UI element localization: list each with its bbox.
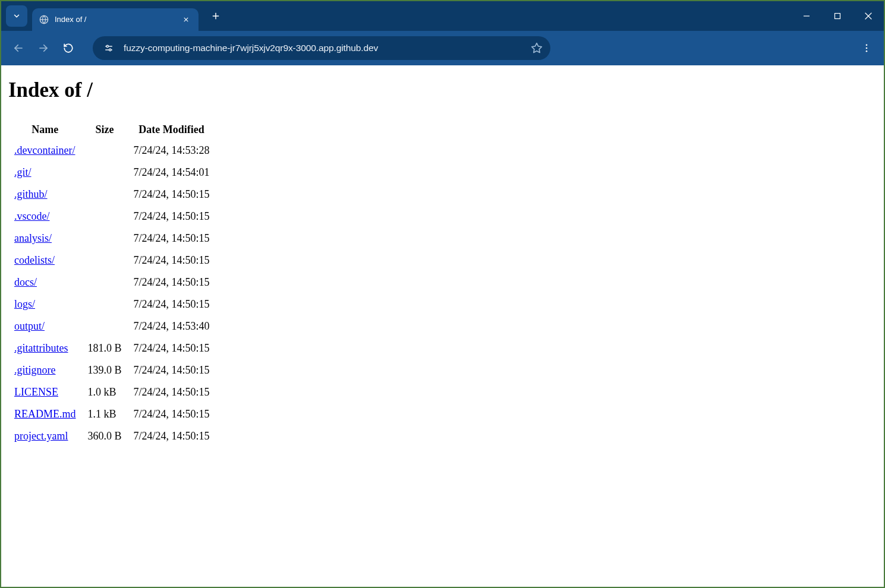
plus-icon — [212, 12, 220, 20]
tab-close-button[interactable] — [181, 14, 191, 25]
back-button[interactable] — [7, 37, 30, 59]
svg-rect-7 — [835, 14, 840, 19]
file-modified: 7/24/24, 14:50:15 — [128, 337, 216, 359]
table-row: docs/7/24/24, 14:50:15 — [8, 271, 216, 293]
table-row: .gitignore139.0 B7/24/24, 14:50:15 — [8, 359, 216, 381]
file-modified: 7/24/24, 14:50:15 — [128, 184, 216, 206]
column-header-modified: Date Modified — [128, 120, 216, 140]
table-row: analysis/7/24/24, 14:50:15 — [8, 227, 216, 249]
file-modified: 7/24/24, 14:50:15 — [128, 227, 216, 249]
bookmark-button[interactable] — [527, 38, 547, 58]
dots-vertical-icon — [861, 43, 872, 53]
maximize-icon — [834, 12, 841, 20]
file-modified: 7/24/24, 14:50:15 — [128, 293, 216, 315]
table-row: LICENSE1.0 kB7/24/24, 14:50:15 — [8, 381, 216, 403]
file-size: 1.1 kB — [82, 403, 128, 425]
svg-marker-16 — [532, 43, 542, 53]
svg-point-18 — [866, 48, 868, 49]
arrow-right-icon — [38, 43, 49, 53]
table-row: .github/7/24/24, 14:50:15 — [8, 184, 216, 206]
file-link[interactable]: .github/ — [14, 188, 48, 200]
table-row: README.md1.1 kB7/24/24, 14:50:15 — [8, 403, 216, 425]
table-row: logs/7/24/24, 14:50:15 — [8, 293, 216, 315]
file-link[interactable]: .git/ — [14, 166, 32, 178]
star-icon — [531, 42, 543, 54]
globe-icon — [39, 15, 49, 24]
maximize-button[interactable] — [822, 1, 853, 31]
close-window-button[interactable] — [853, 1, 884, 31]
file-link[interactable]: .gitignore — [14, 364, 56, 376]
directory-listing-table: Name Size Date Modified .devcontainer/7/… — [8, 120, 216, 447]
file-size — [82, 227, 128, 249]
file-modified: 7/24/24, 14:50:15 — [128, 249, 216, 271]
file-link[interactable]: project.yaml — [14, 430, 68, 442]
file-size — [82, 271, 128, 293]
file-size: 181.0 B — [82, 337, 128, 359]
file-modified: 7/24/24, 14:53:28 — [128, 140, 216, 162]
file-modified: 7/24/24, 14:54:01 — [128, 162, 216, 184]
tune-icon — [103, 43, 114, 53]
file-modified: 7/24/24, 14:50:15 — [128, 271, 216, 293]
table-row: .git/7/24/24, 14:54:01 — [8, 162, 216, 184]
file-size — [82, 206, 128, 227]
minimize-button[interactable] — [791, 1, 822, 31]
tab-title: Index of / — [55, 15, 175, 24]
new-tab-button[interactable] — [207, 7, 225, 25]
file-link[interactable]: output/ — [14, 320, 45, 332]
toolbar: fuzzy-computing-machine-jr7wjrj5xjv2qr9x… — [1, 31, 884, 65]
file-size: 360.0 B — [82, 425, 128, 447]
file-modified: 7/24/24, 14:50:15 — [128, 206, 216, 227]
file-size — [82, 293, 128, 315]
file-size — [82, 140, 128, 162]
table-row: output/7/24/24, 14:53:40 — [8, 315, 216, 337]
titlebar: Index of / — [1, 1, 884, 31]
browser-tab[interactable]: Index of / — [32, 8, 199, 31]
file-size — [82, 249, 128, 271]
column-header-name: Name — [8, 120, 82, 140]
file-link[interactable]: .devcontainer/ — [14, 144, 75, 156]
column-header-size: Size — [82, 120, 128, 140]
reload-button[interactable] — [57, 37, 80, 59]
chevron-down-icon — [12, 12, 21, 20]
file-size: 1.0 kB — [82, 381, 128, 403]
svg-point-15 — [109, 49, 111, 50]
file-link[interactable]: analysis/ — [14, 232, 52, 244]
file-link[interactable]: README.md — [14, 408, 76, 420]
close-icon — [183, 17, 189, 23]
close-icon — [865, 12, 872, 20]
tab-search-button[interactable] — [6, 5, 27, 27]
page-content: Index of / Name Size Date Modified .devc… — [1, 65, 884, 460]
file-modified: 7/24/24, 14:50:15 — [128, 381, 216, 403]
file-link[interactable]: .vscode/ — [14, 210, 49, 222]
table-row: .gitattributes181.0 B7/24/24, 14:50:15 — [8, 337, 216, 359]
url-text: fuzzy-computing-machine-jr7wjrj5xjv2qr9x… — [124, 43, 527, 53]
forward-button[interactable] — [32, 37, 55, 59]
file-size — [82, 184, 128, 206]
arrow-left-icon — [13, 43, 24, 53]
reload-icon — [63, 43, 74, 53]
file-size — [82, 315, 128, 337]
window-controls — [791, 1, 884, 31]
file-link[interactable]: logs/ — [14, 298, 35, 310]
minimize-icon — [803, 12, 810, 20]
table-row: codelists/7/24/24, 14:50:15 — [8, 249, 216, 271]
browser-menu-button[interactable] — [855, 37, 878, 59]
file-modified: 7/24/24, 14:50:15 — [128, 359, 216, 381]
file-modified: 7/24/24, 14:53:40 — [128, 315, 216, 337]
page-heading: Index of / — [8, 78, 877, 102]
site-info-button[interactable] — [101, 40, 116, 56]
file-link[interactable]: codelists/ — [14, 254, 55, 266]
file-size: 139.0 B — [82, 359, 128, 381]
file-modified: 7/24/24, 14:50:15 — [128, 425, 216, 447]
file-link[interactable]: LICENSE — [14, 386, 58, 398]
table-row: .devcontainer/7/24/24, 14:53:28 — [8, 140, 216, 162]
svg-point-13 — [106, 45, 108, 47]
address-bar[interactable]: fuzzy-computing-machine-jr7wjrj5xjv2qr9x… — [93, 36, 550, 60]
table-row: project.yaml360.0 B7/24/24, 14:50:15 — [8, 425, 216, 447]
svg-point-17 — [866, 44, 868, 46]
table-row: .vscode/7/24/24, 14:50:15 — [8, 206, 216, 227]
svg-point-19 — [866, 50, 868, 52]
file-modified: 7/24/24, 14:50:15 — [128, 403, 216, 425]
file-link[interactable]: docs/ — [14, 276, 37, 288]
file-link[interactable]: .gitattributes — [14, 342, 68, 354]
